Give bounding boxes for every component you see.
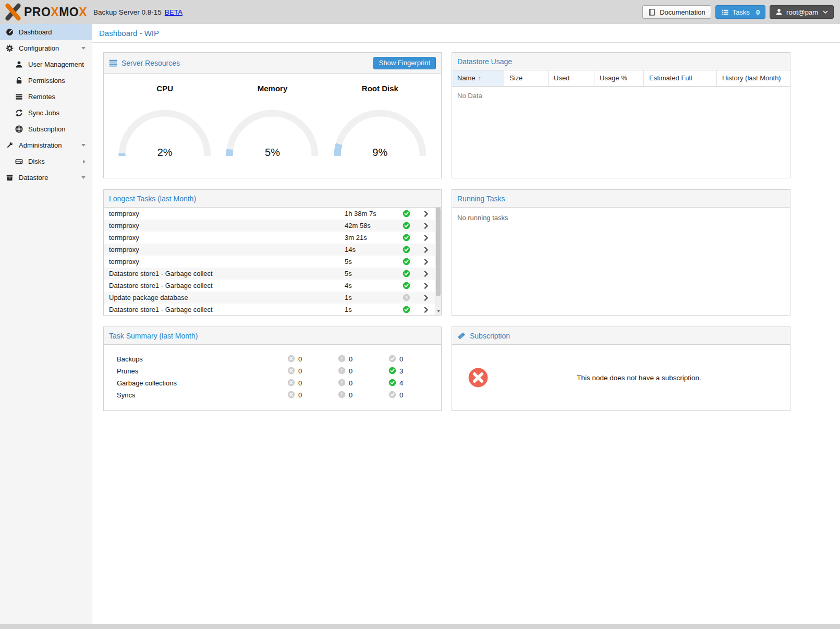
tasks-button[interactable]: Tasks 0 [715, 5, 765, 19]
column-header-estimated-full[interactable]: Estimated Full [644, 70, 717, 86]
ok-icon [388, 391, 396, 400]
datastore-usage-panel: Datastore Usage Name↑SizeUsedUsage %Esti… [452, 52, 790, 178]
brand-letter: X [51, 5, 59, 19]
column-header-usage[interactable]: Usage % [594, 70, 644, 86]
product-version: Backup Server 0.8-15 [93, 8, 162, 16]
summary-errors: 0 [287, 379, 338, 388]
sidebar-item-label: User Management [28, 61, 84, 68]
warning-count: 0 [349, 367, 352, 375]
lifering-icon [15, 125, 23, 133]
task-row[interactable]: termproxy3m 21s [104, 232, 435, 244]
summary-ok: 0 [388, 391, 439, 400]
open-task-button[interactable] [416, 246, 436, 253]
error-icon [287, 367, 295, 376]
gauge-label: Memory [218, 84, 326, 93]
chevron-down-icon [823, 10, 828, 14]
expand-arrow-icon[interactable] [83, 160, 86, 164]
ok-icon [388, 367, 396, 376]
book-icon [648, 8, 656, 16]
open-task-button[interactable] [416, 258, 436, 265]
user-icon [775, 8, 783, 16]
datastore-usage-title: Datastore Usage [457, 57, 512, 66]
task-row[interactable]: Update package database1s? [104, 292, 435, 304]
sidebar-item-administration[interactable]: Administration [0, 137, 92, 153]
server-resources-header: Server Resources Show Fingerprint [104, 53, 441, 74]
longest-tasks-header: Longest Tasks (last Month) [104, 190, 441, 208]
task-name: Datastore store1 - Garbage collect [109, 306, 345, 313]
task-row[interactable]: termproxy5s [104, 256, 435, 268]
collapse-arrow-icon[interactable] [81, 176, 86, 179]
scrollbar-down-button[interactable] [435, 308, 441, 315]
open-task-button[interactable] [416, 294, 436, 301]
server-resources-icon [109, 59, 117, 67]
sidebar-item-datastore[interactable]: Datastore [0, 170, 92, 186]
warning-icon [338, 391, 346, 400]
status-ok-icon [397, 282, 416, 289]
documentation-button[interactable]: Documentation [642, 5, 711, 19]
collapse-arrow-icon[interactable] [81, 144, 86, 147]
warning-count: 0 [349, 379, 352, 387]
column-label: Estimated Full [649, 74, 692, 82]
column-header-name[interactable]: Name↑ [452, 70, 504, 86]
sidebar-item-permissions[interactable]: Permissions [0, 72, 92, 89]
status-ok-icon [397, 234, 416, 241]
task-row[interactable]: Datastore store1 - Garbage collect1s [104, 304, 435, 315]
gauge-arc: 5% [223, 105, 322, 160]
open-task-button[interactable] [416, 234, 436, 241]
task-name: Update package database [109, 294, 345, 301]
gauge-arc: 9% [331, 105, 430, 160]
task-row[interactable]: Datastore store1 - Garbage collect5s [104, 268, 435, 280]
sidebar-item-user-management[interactable]: User Management [0, 56, 92, 72]
column-label: Name [457, 74, 476, 82]
column-header-history-last-month[interactable]: History (last Month) [717, 70, 790, 86]
task-duration: 5s [345, 258, 397, 265]
gauges-row: CPU2%Memory5%Root Disk9% [104, 74, 441, 161]
sidebar-item-configuration[interactable]: Configuration [0, 40, 92, 56]
task-duration: 1s [345, 306, 397, 313]
task-summary-title: Task Summary (last Month) [109, 332, 198, 340]
sidebar-item-disks[interactable]: Disks [0, 153, 92, 170]
user-menu-button[interactable]: root@pam [770, 5, 834, 19]
no-subscription-icon [468, 368, 488, 388]
proxmox-x-icon [4, 3, 22, 21]
task-name: termproxy [109, 246, 345, 253]
open-task-button[interactable] [416, 282, 436, 289]
show-fingerprint-button[interactable]: Show Fingerprint [373, 57, 436, 69]
ok-count: 4 [399, 379, 403, 387]
task-name: termproxy [109, 234, 345, 241]
task-duration: 5s [345, 270, 397, 277]
task-row[interactable]: Datastore store1 - Garbage collect4s [104, 280, 435, 292]
masthead: PROXMOX Backup Server 0.8-15 BETA Docume… [0, 0, 840, 24]
sidebar-item-subscription[interactable]: Subscription [0, 121, 92, 137]
page-title: Dashboard - WIP [92, 24, 840, 43]
task-duration: 3m 21s [345, 234, 397, 241]
sidebar-item-remotes[interactable]: Remotes [0, 89, 92, 105]
column-label: Size [509, 74, 522, 82]
collapse-arrow-icon[interactable] [81, 47, 86, 50]
open-task-button[interactable] [416, 306, 436, 313]
warning-icon [338, 367, 346, 376]
gauge-label: Root Disk [326, 84, 434, 93]
disks-icon [15, 158, 23, 165]
documentation-label: Documentation [660, 8, 705, 16]
open-task-button[interactable] [416, 210, 436, 217]
sidebar-item-sync-jobs[interactable]: Sync Jobs [0, 105, 92, 121]
open-task-button[interactable] [416, 270, 436, 277]
gear-icon [5, 44, 14, 52]
datastore-icon [5, 174, 14, 182]
column-header-used[interactable]: Used [549, 70, 594, 86]
gauge-value: 2% [115, 147, 214, 159]
beta-link[interactable]: BETA [165, 8, 182, 16]
task-row[interactable]: termproxy1h 38m 7s [104, 208, 435, 220]
scrollbar[interactable] [435, 208, 441, 315]
sidebar-item-dashboard[interactable]: Dashboard [0, 24, 92, 40]
wrench-icon [5, 141, 14, 149]
gauge-arc: 2% [115, 105, 214, 160]
column-header-size[interactable]: Size [504, 70, 549, 86]
open-task-button[interactable] [416, 222, 436, 229]
scrollbar-thumb[interactable] [436, 208, 441, 296]
remotes-icon [15, 93, 23, 101]
subscription-header: Subscription [452, 327, 790, 345]
task-row[interactable]: termproxy14s [104, 244, 435, 256]
task-row[interactable]: termproxy42m 58s [104, 220, 435, 232]
